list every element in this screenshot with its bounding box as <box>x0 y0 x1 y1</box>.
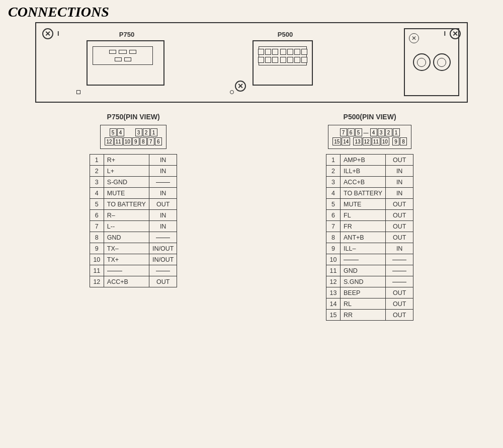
pin-name: ILL– <box>341 243 386 254</box>
p500-pin-view-title: P500(PIN VIEW) <box>344 113 396 121</box>
pv-cell: 10 <box>381 137 389 145</box>
pin-direction: IN <box>149 166 177 177</box>
pin-name: FR <box>341 221 386 232</box>
pin-number: 12 <box>326 276 341 287</box>
table-row: 2ILL+BIN <box>326 166 413 177</box>
pv-cell: 3 <box>135 128 142 136</box>
pv-cell: 5 <box>355 128 362 136</box>
pin-number: 2 <box>326 166 341 177</box>
pin-name: L+ <box>104 166 149 177</box>
pin-name: BEEP <box>341 287 386 298</box>
pin-direction <box>149 232 177 243</box>
pin-number: 6 <box>326 210 341 221</box>
table-row: 15RROUT <box>326 310 413 321</box>
pin-number: 13 <box>326 287 341 298</box>
pin-views-section: P750(PIN VIEW) 5 4 3 2 1 12 11 10 9 <box>10 113 493 321</box>
table-row: 13BEEPOUT <box>326 287 413 298</box>
pin-direction: IN <box>386 243 413 254</box>
pin-number: 5 <box>90 199 104 210</box>
pin-number: 11 <box>326 265 341 276</box>
p500-row1: 7 6 5 — 4 3 2 1 <box>332 128 407 136</box>
p750-row1: 5 4 3 2 1 <box>105 128 161 136</box>
table-row: 6FLOUT <box>326 210 413 221</box>
circle-top-right <box>433 53 451 71</box>
p750-pin-view-title: P750(PIN VIEW) <box>107 113 160 121</box>
pv-cell: 2 <box>385 128 392 136</box>
pin-name: GND <box>341 265 386 276</box>
table-row: 2L+IN <box>90 166 177 177</box>
pin-number: 5 <box>326 199 341 210</box>
pv-cell: 4 <box>370 128 377 136</box>
pin-name: AMP+B <box>341 155 386 166</box>
table-row: 10 <box>326 254 413 265</box>
table-row: 5TO BATTERYOUT <box>90 199 177 210</box>
p750-label: P750 <box>87 31 167 38</box>
table-row: 8GND <box>90 232 177 243</box>
pin-name: ACC+B <box>104 276 149 287</box>
pin-direction: OUT <box>386 232 413 243</box>
small-dot-center <box>230 90 234 94</box>
table-row: 1AMP+BOUT <box>326 155 413 166</box>
pin-name: RL <box>341 298 386 310</box>
pin-direction <box>386 254 413 265</box>
pin-number: 8 <box>326 232 341 243</box>
pin-number: 9 <box>90 243 104 254</box>
pin-number: 11 <box>90 265 104 276</box>
pin-number: 15 <box>326 310 341 321</box>
table-row: 4TO BATTERYIN <box>326 188 413 199</box>
pin-direction: OUT <box>386 221 413 232</box>
x-symbol-left: ✕ <box>42 28 53 39</box>
circle-top-left <box>413 53 431 71</box>
pin-number: 1 <box>90 155 104 166</box>
small-dot-left <box>76 90 80 94</box>
pin-number: 14 <box>326 298 341 310</box>
pv-spacer <box>125 128 135 136</box>
pin-direction: OUT <box>386 298 413 310</box>
pin-number: 2 <box>90 166 104 177</box>
main-content: ✕ I I ✕ ✕ P750 <box>0 22 503 321</box>
connector-p500: P500 <box>253 31 318 86</box>
pv-cell: 1 <box>150 128 157 136</box>
pin-name: RR <box>341 310 386 321</box>
pin-name: TX– <box>104 243 149 254</box>
pin-direction: IN <box>149 210 177 221</box>
pin-name: ACC+B <box>341 177 386 188</box>
connector-p750: P750 <box>87 31 167 86</box>
x-symbol-center: ✕ <box>235 81 246 92</box>
pin-name: R– <box>104 210 149 221</box>
p500-pin-diagram: 7 6 5 — 4 3 2 1 15 14 13 12 11 1 <box>328 125 411 149</box>
pv-spacer: — <box>363 128 370 136</box>
pin-number: 3 <box>90 177 104 188</box>
pin-number: 8 <box>90 232 104 243</box>
table-row: 12S.GND <box>326 276 413 287</box>
table-row: 14RLOUT <box>326 298 413 310</box>
pin-name: FL <box>341 210 386 221</box>
pv-cell: 8 <box>140 137 147 145</box>
device-diagram: ✕ I I ✕ ✕ P750 <box>35 22 468 103</box>
pin-name <box>104 265 149 276</box>
pin-number: 9 <box>326 243 341 254</box>
pin-direction: IN <box>386 177 413 188</box>
pv-cell: 1 <box>393 128 400 136</box>
pin-name: GND <box>104 232 149 243</box>
pin-number: 4 <box>326 188 341 199</box>
pin-name: ANT+B <box>341 232 386 243</box>
pv-cell: 11 <box>114 137 123 145</box>
pv-cell: 7 <box>147 137 154 145</box>
pin-direction: OUT <box>149 276 177 287</box>
table-row: 11GND <box>326 265 413 276</box>
pv-cell: 7 <box>340 128 347 136</box>
pin-number: 7 <box>326 221 341 232</box>
pv-cell: 12 <box>105 137 113 145</box>
p500-section: P500(PIN VIEW) 7 6 5 — 4 3 2 1 15 14 <box>326 113 413 321</box>
pin-direction: OUT <box>386 199 413 210</box>
table-row: 7FROUT <box>326 221 413 232</box>
pv-cell: 15 <box>332 137 341 145</box>
pin-number: 10 <box>326 254 341 265</box>
right-components: ✕ <box>404 28 459 96</box>
pv-cell: 5 <box>110 128 117 136</box>
pin-name: L-- <box>104 221 149 232</box>
pv-cell: 12 <box>363 137 371 145</box>
pin-direction: IN/OUT <box>149 243 177 254</box>
p750-body <box>87 40 164 86</box>
